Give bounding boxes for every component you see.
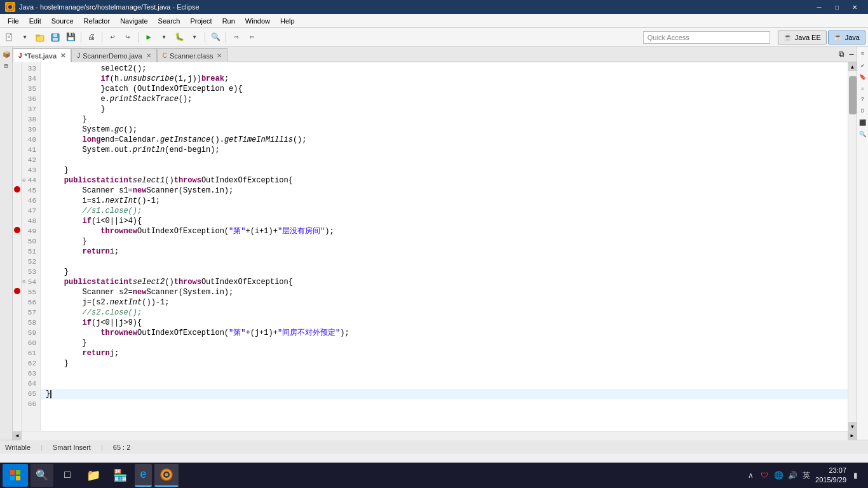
undo-button[interactable]: ↩ xyxy=(105,30,119,44)
menu-project[interactable]: Project xyxy=(185,14,217,27)
debug-dropdown[interactable]: ▾ xyxy=(187,30,201,44)
tray-ime[interactable]: 英 xyxy=(801,470,811,480)
menu-search[interactable]: Search xyxy=(153,14,186,27)
ln-33: 33 xyxy=(22,64,40,74)
new-button[interactable] xyxy=(3,30,17,44)
quick-access-label: Quick Access xyxy=(648,34,689,41)
save-all-button[interactable]: 💾 xyxy=(64,30,78,44)
problems-icon[interactable]: ⚠ xyxy=(858,83,868,93)
app-icon xyxy=(5,2,15,12)
tab-close-test[interactable]: ✕ xyxy=(60,52,65,59)
status-writable: Writable xyxy=(5,444,31,451)
close-button[interactable]: ✕ xyxy=(846,2,863,12)
taskbar-ie[interactable]: e xyxy=(135,464,152,487)
java-perspective[interactable]: ☕ Java xyxy=(828,30,865,44)
taskbar-explorer[interactable]: 📁 xyxy=(81,464,105,487)
h-scroll-right[interactable]: ▶ xyxy=(848,431,857,440)
minimize-button[interactable]: ─ xyxy=(811,2,827,12)
code-65: } xyxy=(41,389,848,399)
menu-run[interactable]: Run xyxy=(217,14,240,27)
tab-minimize[interactable]: ─ xyxy=(846,48,857,62)
code-content[interactable]: select2(); if(h.unsubscribe(i,j)) break;… xyxy=(41,62,848,431)
start-button[interactable] xyxy=(3,464,28,487)
tray-up-arrow[interactable]: ∧ xyxy=(745,470,756,480)
tab-scanner-demo[interactable]: J ScannerDemo.java ✕ xyxy=(71,48,157,62)
scroll-up-btn[interactable]: ▲ xyxy=(848,62,857,71)
code-42 xyxy=(41,155,848,165)
taskbar-eclipse[interactable] xyxy=(154,464,179,487)
gutter-54 xyxy=(13,276,21,286)
tab-scanner-class[interactable]: C Scanner.class ✕ xyxy=(157,48,228,62)
print-button[interactable]: 🖨 xyxy=(85,30,98,44)
code-35: }catch (OutIndexOfException e){ xyxy=(41,84,848,94)
menu-refactor[interactable]: Refactor xyxy=(79,14,116,27)
run-button[interactable]: ▶ xyxy=(142,30,156,44)
ln-38: 38 xyxy=(22,114,40,125)
javadoc-icon[interactable]: ? xyxy=(858,95,868,105)
menu-window[interactable]: Window xyxy=(240,14,275,27)
show-desktop[interactable]: ▮ xyxy=(850,470,860,480)
open-button[interactable] xyxy=(33,30,47,44)
task-view-btn[interactable]: □ xyxy=(56,464,79,487)
tasks-icon[interactable]: ✔ xyxy=(858,60,868,71)
ln-50: 50 xyxy=(22,236,40,247)
menu-navigate[interactable]: Navigate xyxy=(115,14,153,27)
redo-button[interactable]: ↪ xyxy=(121,30,135,44)
taskbar-store[interactable]: 🏪 xyxy=(108,464,132,487)
tab-restore[interactable]: ⧉ xyxy=(836,48,846,62)
outline-icon[interactable]: ≡ xyxy=(858,49,868,59)
console-icon[interactable]: ⬛ xyxy=(858,118,868,128)
tab-close-scanner[interactable]: ✕ xyxy=(146,52,151,59)
scroll-down-btn[interactable]: ▼ xyxy=(848,422,857,431)
code-editor[interactable]: 33 34 35 36 37 38 39 40 41 42 43 44⊖ 45 … xyxy=(13,62,857,431)
declaration-icon[interactable]: D xyxy=(858,106,868,116)
tab-test-java[interactable]: J *Test.java ✕ xyxy=(13,48,71,62)
taskbar-search-btn[interactable]: 🔍 xyxy=(31,464,53,487)
search-button[interactable]: 🔍 xyxy=(208,30,222,44)
horizontal-scrollbar[interactable]: ◀ ▶ xyxy=(13,431,857,440)
gutter-60 xyxy=(13,337,21,347)
sep4 xyxy=(205,32,205,43)
debug-button[interactable]: 🐛 xyxy=(172,30,186,44)
tab-close-class[interactable]: ✕ xyxy=(217,52,222,59)
code-45: Scanner s1=new Scanner(System.in); xyxy=(41,186,848,196)
menu-file[interactable]: File xyxy=(3,14,24,27)
code-44: public static int select1() throws OutIn… xyxy=(41,175,848,186)
code-40: long end=Calendar.getInstance().getTimeI… xyxy=(41,135,848,145)
ln-36: 36 xyxy=(22,94,40,104)
next-btn[interactable]: ⇨ xyxy=(229,30,243,44)
ln-59: 59 xyxy=(22,328,40,338)
java-ee-perspective[interactable]: ☕ Java EE xyxy=(778,30,827,44)
bookmarks-icon[interactable]: 🔖 xyxy=(858,72,868,82)
tray-antivirus[interactable]: 🛡 xyxy=(759,470,770,480)
menu-help[interactable]: Help xyxy=(275,14,300,27)
quick-access-input[interactable]: Quick Access xyxy=(643,31,770,44)
code-60: } xyxy=(41,338,848,348)
taskbar: 🔍 □ 📁 🏪 e ∧ 🛡 🌐 🔊 英 23:07 2015/9/29 ▮ xyxy=(0,463,868,488)
code-58: if(j<0||j>9){ xyxy=(41,318,848,328)
package-explorer-icon[interactable]: 📦 xyxy=(1,50,11,60)
java-ee-label: Java EE xyxy=(795,34,821,41)
svg-rect-7 xyxy=(36,35,39,36)
run-dropdown[interactable]: ▾ xyxy=(157,30,171,44)
save-button[interactable] xyxy=(48,30,62,44)
tray-volume[interactable]: 🔊 xyxy=(787,470,797,480)
h-scroll-left[interactable]: ◀ xyxy=(13,431,22,440)
maximize-button[interactable]: □ xyxy=(829,2,845,12)
taskbar-clock[interactable]: 23:07 2015/9/29 xyxy=(815,466,846,485)
gutter-34 xyxy=(13,72,21,83)
left-sidebar: 📦 ⊞ xyxy=(0,47,13,440)
vertical-scrollbar[interactable]: ▲ ▼ xyxy=(848,62,857,431)
code-59: throw new OutIndexOfException("第"+(j+1)+… xyxy=(41,328,848,338)
ln-66: 66 xyxy=(22,399,40,409)
tray-network[interactable]: 🌐 xyxy=(773,470,783,480)
menu-source[interactable]: Source xyxy=(46,14,79,27)
gutter-39 xyxy=(13,123,21,133)
menu-edit[interactable]: Edit xyxy=(24,14,46,27)
new-dropdown[interactable]: ▾ xyxy=(18,30,32,44)
search-results-icon[interactable]: 🔍 xyxy=(858,129,868,139)
scroll-thumb[interactable] xyxy=(849,76,857,114)
prev-btn[interactable]: ⇦ xyxy=(245,30,259,44)
editor-area: J *Test.java ✕ J ScannerDemo.java ✕ C Sc… xyxy=(13,47,857,440)
hierarchy-icon[interactable]: ⊞ xyxy=(1,61,11,71)
